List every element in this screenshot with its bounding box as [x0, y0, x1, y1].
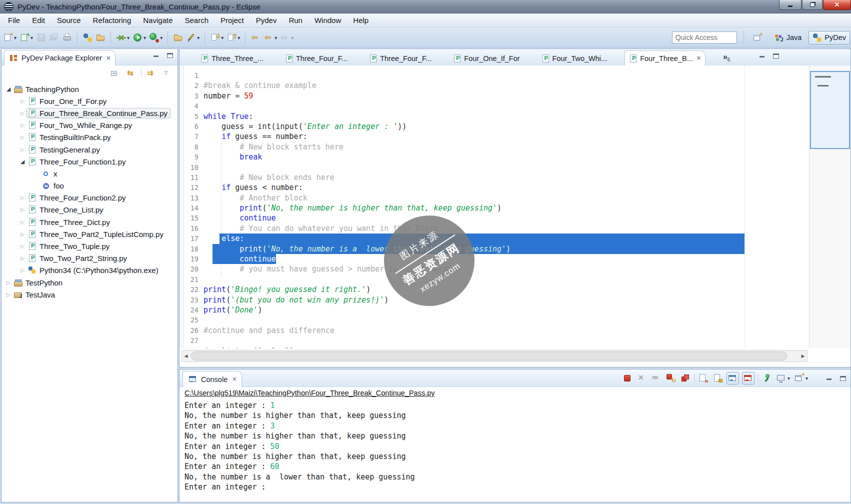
maximize-console-button[interactable] — [838, 374, 848, 383]
code-line[interactable] — [200, 70, 810, 80]
toggle-collapsed-icon[interactable]: ▷ — [4, 292, 12, 298]
toggle-collapsed-icon[interactable]: ▷ — [18, 244, 26, 249]
editor-tab-four-three-b[interactable]: Four_Three_B...✕ — [624, 50, 706, 66]
code-line[interactable] — [200, 101, 810, 111]
code-line[interactable]: number = 59 — [200, 91, 810, 101]
minimize-button[interactable] — [779, 0, 802, 10]
code-line[interactable]: # a_list = [0, 1, 2] — [200, 346, 810, 348]
run-button[interactable]: ▾ — [132, 30, 148, 44]
close-view-icon[interactable]: ✕ — [106, 55, 110, 62]
remove-launch-button[interactable] — [636, 372, 648, 384]
tree-item-testpython[interactable]: ▷TestPython — [2, 276, 178, 288]
scrollbar-thumb[interactable] — [191, 352, 787, 360]
code-line[interactable]: while True: — [200, 112, 810, 122]
toggle-collapsed-icon[interactable]: ▷ — [18, 207, 26, 212]
minimize-view-button[interactable] — [152, 51, 160, 60]
title-bar[interactable]: PyDev - TeachingPython/Four_Three_Break_… — [0, 0, 851, 14]
tree-item-testinggeneral-py[interactable]: ▷TestingGeneral.py — [2, 144, 178, 156]
console-process-path[interactable]: C:\Users\plg519\Maizi\TeachingPython\Fou… — [184, 389, 850, 400]
code-line[interactable]: if guess < number: — [200, 182, 810, 192]
python-interpreter-button[interactable] — [82, 30, 94, 44]
code-editor[interactable]: 1234567891011121314151617181920212223242… — [180, 66, 810, 348]
minimize-console-button[interactable] — [824, 374, 834, 383]
clear-console-button[interactable] — [698, 372, 709, 384]
code-line[interactable] — [200, 336, 810, 346]
open-resource-button[interactable] — [94, 30, 107, 44]
view-menu-button[interactable] — [161, 66, 174, 80]
menu-pydev[interactable]: Pydev — [250, 14, 283, 26]
tree-item-testingbuiltinpack-py[interactable]: ▷TestingBuiltInPack.py — [2, 132, 178, 144]
scroll-right-icon[interactable]: ▶ — [799, 350, 807, 362]
code-line[interactable]: print('Done') — [200, 305, 810, 315]
editor-tab-three-four-f[interactable]: Three_Four_F... — [281, 52, 352, 64]
back-button[interactable]: ▾ — [262, 30, 278, 44]
close-console-icon[interactable]: ✕ — [232, 376, 236, 382]
dropdown-arrow-icon[interactable]: ▾ — [291, 35, 294, 40]
tree-item-two-two-part2-string-py[interactable]: ▷Two_Two_Part2_String.py — [2, 252, 178, 264]
maximize-view-button[interactable] — [166, 51, 174, 60]
terminate-all-button[interactable] — [680, 372, 691, 384]
toggle-collapsed-icon[interactable]: ▷ — [18, 98, 26, 104]
dropdown-arrow-icon[interactable]: ▾ — [806, 376, 808, 381]
show-console-on-stderr-button[interactable] — [742, 372, 754, 384]
quick-access-input[interactable] — [672, 32, 737, 44]
tree-item-three-four-function1-py[interactable]: ◢Three_Four_Function1.py — [2, 156, 178, 168]
dropdown-arrow-icon[interactable]: ▾ — [197, 35, 200, 40]
restore-button[interactable] — [802, 0, 822, 10]
code-line[interactable]: # you must have guessed > number to reac… — [200, 264, 810, 274]
code-line[interactable]: continue — [200, 254, 810, 264]
console-output[interactable]: C:\Users\plg519\Maizi\TeachingPython\Fou… — [180, 386, 850, 502]
toggle-collapsed-icon[interactable]: ▷ — [18, 220, 26, 225]
minimize-editor-button[interactable] — [758, 52, 766, 60]
filter-button[interactable] — [145, 66, 158, 80]
toggle-collapsed-icon[interactable]: ▷ — [18, 256, 26, 261]
display-selected-console-button[interactable]: ▾ — [776, 372, 790, 384]
toggle-collapsed-icon[interactable]: ▷ — [18, 110, 26, 116]
dropdown-arrow-icon[interactable]: ▾ — [238, 35, 240, 40]
perspective-pydev-button[interactable]: PyDev — [808, 31, 850, 44]
tree-item-three-four-function2-py[interactable]: ▷Three_Four_Function2.py — [2, 192, 178, 204]
tree-item-foo[interactable]: foo — [2, 180, 178, 192]
new-button[interactable]: ▾ — [2, 30, 18, 44]
code-line[interactable]: guess = int(input('Enter an integer : ')… — [200, 122, 810, 132]
close-tab-icon[interactable]: ✕ — [696, 55, 701, 62]
toggle-collapsed-icon[interactable]: ▷ — [18, 134, 26, 140]
dropdown-arrow-icon[interactable]: ▾ — [14, 35, 16, 40]
editor-horizontal-scrollbar[interactable]: ◀ ▶ — [182, 350, 808, 362]
menu-run[interactable]: Run — [282, 14, 308, 26]
tree-item-testjava[interactable]: ▷TestJava — [2, 288, 178, 300]
scroll-lock-button[interactable] — [712, 372, 724, 384]
scrollbar-thumb[interactable] — [810, 71, 850, 149]
dropdown-arrow-icon[interactable]: ▾ — [30, 35, 33, 40]
code-line[interactable]: else: — [200, 234, 810, 244]
toggle-collapsed-icon[interactable]: ▷ — [18, 268, 26, 273]
tree-item-four-two-while-range-py[interactable]: ▷Four_Two_While_Range.py — [2, 120, 178, 132]
menu-navigate[interactable]: Navigate — [137, 14, 178, 26]
dropdown-arrow-icon[interactable]: ▾ — [788, 376, 790, 381]
more-editors-button[interactable]: »6 — [723, 52, 730, 62]
remove-all-terminated-launches-button[interactable] — [650, 372, 662, 384]
toggle-collapsed-icon[interactable]: ▷ — [4, 280, 12, 286]
maximize-editor-button[interactable] — [772, 52, 780, 60]
menu-window[interactable]: Window — [308, 14, 347, 26]
open-perspective-button[interactable] — [751, 30, 764, 44]
console-tab[interactable]: Console ✕ — [182, 371, 242, 387]
menu-file[interactable]: File — [2, 14, 26, 26]
forward-button[interactable]: ▾ — [279, 30, 295, 44]
perspective-java-button[interactable]: Java — [771, 32, 806, 44]
new-pydev-module-button[interactable]: ▾ — [18, 30, 34, 44]
editor-tab-three-three[interactable]: Three_Three_... — [196, 52, 268, 64]
collapse-all-button[interactable] — [109, 66, 122, 80]
tree-item-python34-c-python34-python-exe[interactable]: ▷Python34 (C:\Python34\python.exe) — [2, 264, 178, 276]
scroll-left-icon[interactable]: ◀ — [182, 350, 190, 362]
menu-edit[interactable]: Edit — [26, 14, 51, 26]
code-line[interactable]: print('No, the number is higher than tha… — [200, 203, 810, 213]
code-line[interactable]: # New block starts here — [200, 142, 810, 152]
toggle-expanded-icon[interactable]: ◢ — [4, 86, 12, 92]
code-line[interactable]: #continue and pass difference — [200, 326, 810, 336]
close-button[interactable]: ✕ — [823, 0, 851, 10]
editor-tab-four-two-whi[interactable]: Four_Two_Whi... — [538, 52, 612, 64]
next-annotation-button[interactable]: ▾ — [209, 30, 225, 44]
code-line[interactable]: break — [200, 152, 810, 162]
code-line[interactable] — [200, 315, 810, 325]
